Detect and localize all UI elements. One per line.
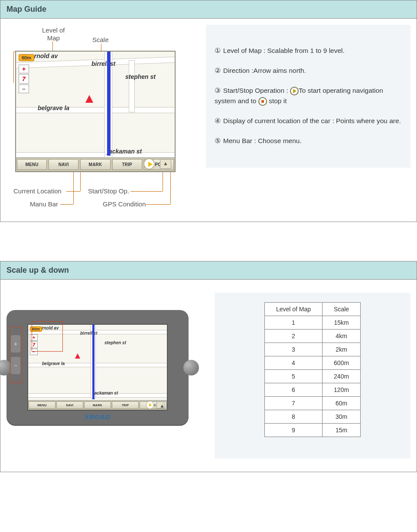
zoom-in-button[interactable]: + [19,65,29,73]
cell-scale: 15m [323,424,361,437]
table-header-level: Level of Map [264,303,322,316]
list-marker: ⑤ [215,136,222,146]
street-label: stephen st [104,340,126,345]
callout-level-of-map-l1: Level of [42,26,65,34]
street-label: arnold av [31,52,58,59]
start-stop-button[interactable] [143,158,155,170]
cell-scale: 120m [323,383,361,397]
menu-button-mark[interactable]: MARK [84,401,111,409]
leader-line [130,191,163,192]
callout-current-location: Current Location [13,187,62,195]
section-title-map-guide: Map Guide [0,0,417,19]
callout-gps-condition: GPS Condition [103,200,146,208]
cell-level: 7 [264,397,322,410]
scale-badge: 60m [19,54,34,61]
cell-scale: 2km [323,343,361,356]
cell-scale: 15km [323,316,361,330]
device-knob-right [183,360,199,375]
menu-button-menu[interactable]: MENU [29,401,55,409]
explain-item: ⑤ Menu Bar : Choose menu. [215,136,402,146]
diagram-area: Level of Map Scale Current Location Star… [7,25,197,215]
explain-item: ① Level of Map : Scalable from 1 to 9 le… [215,46,402,56]
callout-start-stop-op: Start/Stop Op. [88,187,129,195]
explain-suffix: stop it [269,97,287,104]
zoom-out-button[interactable]: – [19,85,29,93]
cell-level: 5 [264,370,322,383]
callout-level-of-map-l2: Map [47,34,60,42]
highlight-box-sw-zoom [32,321,63,352]
explanation-panel: ① Level of Map : Scalable from 1 to 9 le… [206,25,410,168]
callout-scale: Scale [92,36,109,43]
device-logo: XROAD [27,411,168,421]
gps-condition-icon [156,401,164,408]
explain-item: ③ Start/Stop Operation : To start operat… [215,85,402,106]
table-header-row: Level of Map Scale [264,303,360,316]
play-icon [290,87,299,95]
cell-level: 2 [264,330,322,343]
route-line [107,52,111,156]
list-marker: ① [215,46,222,56]
explain-text: Display of current location of the car :… [223,117,401,124]
device-screen: arnold av birrell st stephen st belgrave… [15,51,176,172]
table-header-scale: Scale [323,303,361,316]
menu-button-menu[interactable]: MENU [17,159,47,170]
street-label: belgrave la [38,104,69,111]
explain-item: ④ Display of current location of the car… [215,116,402,126]
menu-button-navi[interactable]: NAVI [49,159,78,170]
map-background: arnold av birrell st stephen st belgrave… [16,52,175,171]
cell-scale: 4km [323,330,361,343]
leader-line [60,204,73,205]
leader-line [73,169,74,204]
cell-level: 8 [264,410,322,424]
cell-level: 3 [264,343,322,356]
street-label: stephen st [125,73,156,80]
menu-button-navi[interactable]: NAVI [56,401,83,409]
street-label: jackaman st [93,391,118,395]
leader-line [13,52,14,83]
stop-icon [258,97,267,106]
current-location-arrow-icon [75,353,80,359]
explain-prefix: Start/Stop Operation : [223,87,288,94]
start-stop-button[interactable] [146,401,154,409]
list-marker: ③ [215,85,222,96]
scale-body: + − arnold av birrell st stephen st [0,280,417,472]
callout-manu-bar: Manu Bar [30,200,58,208]
current-location-arrow-icon [85,95,93,103]
scale-table: Level of Map Scale 115km 24km 32km 4600m… [264,302,361,437]
cell-scale: 30m [323,410,361,424]
menu-button-trip[interactable]: TRIP [112,401,139,409]
street-label: birrell st [80,331,97,336]
street-label: jackaman st [107,148,142,155]
device-frame: + − arnold av birrell st stephen st [7,310,189,425]
list-marker: ② [215,65,222,76]
cell-scale: 240m [323,370,361,383]
leader-line [146,204,170,205]
highlight-box-hw-zoom [10,326,22,383]
cell-level: 9 [264,424,322,437]
street-label: birrell st [91,60,115,67]
leader-line [52,41,53,52]
cell-level: 1 [264,316,322,330]
explain-text: Direction :Arrow aims north. [223,67,306,74]
callout-level-of-map: Level of Map [42,26,65,42]
cell-scale: 60m [323,397,361,410]
explain-text: Menu Bar : Choose menu. [223,137,302,144]
cell-level: 6 [264,383,322,397]
section-scale: Scale up & down + − arnold av [0,261,417,472]
zoom-level-indicator: 7 [19,74,29,84]
section-title-scale: Scale up & down [0,261,417,280]
cell-scale: 600m [323,356,361,370]
scale-table-panel: Level of Map Scale 115km 24km 32km 4600m… [215,293,410,459]
section-map-guide: Map Guide Level of Map Scale Current Loc… [0,0,417,222]
device-area: + − arnold av birrell st stephen st [7,293,197,425]
list-marker: ④ [215,116,222,126]
explain-text: Level of Map : Scalable from 1 to 9 leve… [223,47,345,54]
route-line [92,325,94,399]
menu-button-mark[interactable]: MARK [80,159,110,170]
cell-level: 4 [264,356,322,370]
street-label: belgrave la [42,361,65,366]
gps-condition-icon [160,159,171,169]
menu-button-trip[interactable]: TRIP [112,159,142,170]
map-guide-body: Level of Map Scale Current Location Star… [0,19,417,222]
explain-item: ② Direction :Arrow aims north. [215,65,402,76]
